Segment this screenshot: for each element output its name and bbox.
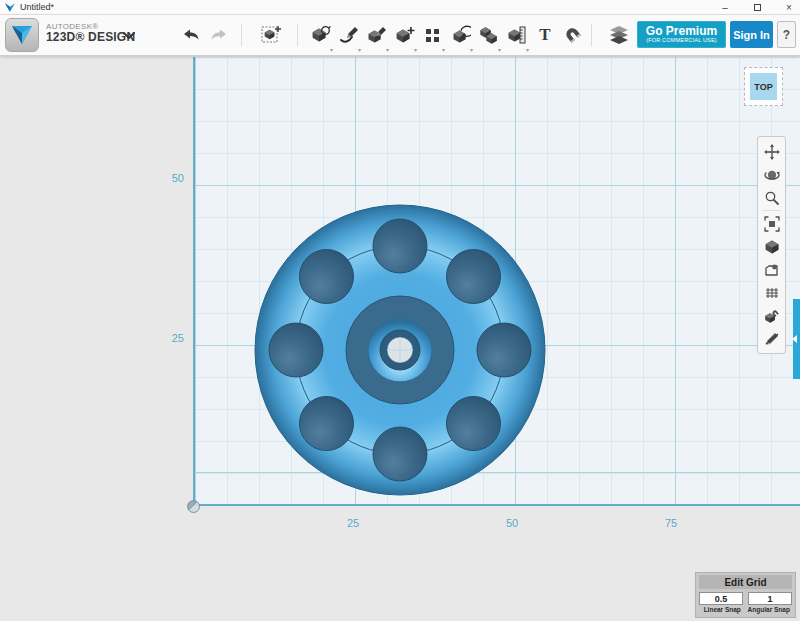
modify-tool-button[interactable]	[393, 20, 417, 50]
combine-icon	[479, 25, 499, 45]
navbar-divider	[762, 210, 781, 211]
pan-button[interactable]	[759, 140, 784, 163]
sketch-tool-button[interactable]	[337, 20, 361, 50]
y-axis-label: 25	[158, 332, 184, 344]
toolbar-separator	[297, 24, 298, 46]
insert-part-icon	[260, 24, 282, 46]
pattern-tool-button[interactable]	[421, 20, 445, 50]
undo-button[interactable]	[178, 20, 204, 50]
app-menu-chevron[interactable]	[120, 28, 138, 42]
construct-icon	[367, 25, 387, 45]
snap-magnet-icon	[563, 25, 583, 45]
viewcube-top-face[interactable]: TOP	[750, 73, 777, 100]
redo-icon	[210, 27, 228, 43]
parts-library-icon	[608, 25, 630, 45]
expand-panel-arrow-icon	[792, 335, 797, 343]
fit-view-button[interactable]	[759, 212, 784, 235]
edit-grid-button[interactable]: Edit Grid	[699, 575, 792, 589]
measure-icon	[507, 25, 527, 45]
go-premium-sublabel: (FOR COMMERCIAL USE)	[646, 38, 717, 44]
parts-library-button[interactable]	[606, 20, 632, 50]
snap-toggle-button[interactable]	[759, 304, 784, 327]
maximize-button[interactable]	[750, 1, 764, 15]
y-axis-label: 50	[158, 172, 184, 184]
shading-button[interactable]	[759, 235, 784, 258]
fit-view-icon	[764, 216, 780, 232]
measure-tool-button[interactable]	[505, 20, 529, 50]
outline-toggle-button[interactable]	[759, 327, 784, 350]
grid-toggle-icon	[764, 285, 780, 301]
go-premium-button[interactable]: Go Premium (FOR COMMERCIAL USE)	[637, 21, 726, 48]
redo-button[interactable]	[206, 20, 232, 50]
app-logo-icon	[5, 3, 15, 12]
orbit-icon	[764, 167, 780, 183]
outline-toggle-icon	[764, 331, 780, 347]
minimize-button[interactable]: –	[718, 1, 732, 15]
x-axis-label: 75	[665, 517, 677, 529]
edit-grid-panel: Edit Grid Linear Snap Angular Snap	[695, 572, 796, 618]
zoom-icon	[764, 190, 780, 206]
side-panel-tab[interactable]	[793, 299, 800, 379]
combine-tool-button[interactable]	[477, 20, 501, 50]
grouping-tool-button[interactable]	[449, 20, 473, 50]
toolbar-separator	[591, 24, 592, 46]
toolbar-separator	[241, 24, 242, 46]
model-wheel[interactable]	[250, 200, 550, 500]
title-bar: Untitled* – ×	[0, 0, 800, 15]
sketch-icon	[339, 25, 359, 45]
shading-icon	[764, 239, 780, 255]
wheel-hub	[346, 296, 454, 404]
linear-snap-input[interactable]	[699, 592, 743, 605]
main-toolbar: AUTODESK® 123D® DESIGN	[0, 15, 800, 56]
text-tool-button[interactable]: T	[533, 20, 557, 50]
zoom-button[interactable]	[759, 186, 784, 209]
viewcube[interactable]: TOP	[744, 67, 783, 106]
primitives-tool-button[interactable]	[309, 20, 333, 50]
construct-tool-button[interactable]	[365, 20, 389, 50]
snap-tool-button[interactable]	[561, 20, 585, 50]
hidden-geometry-button[interactable]	[759, 258, 784, 281]
window-title: Untitled*	[20, 2, 54, 12]
grouping-icon	[451, 25, 471, 45]
help-button[interactable]: ?	[777, 21, 796, 48]
grid-toggle-button[interactable]	[759, 281, 784, 304]
x-axis-label: 50	[506, 517, 518, 529]
origin-marker[interactable]	[187, 500, 200, 513]
primitives-icon	[311, 25, 331, 45]
sign-in-button[interactable]: Sign In	[730, 21, 773, 48]
navigation-toolbar	[757, 136, 786, 354]
close-button[interactable]: ×	[782, 1, 796, 15]
pattern-icon	[424, 26, 442, 44]
pan-icon	[764, 144, 780, 160]
app-menu-logo[interactable]	[5, 18, 39, 52]
undo-icon	[182, 27, 200, 43]
123d-logo-icon	[10, 24, 34, 46]
hidden-geometry-icon	[764, 262, 780, 278]
snap-toggle-icon	[764, 308, 780, 324]
text-tool-icon: T	[539, 25, 550, 45]
angular-snap-label: Angular Snap	[746, 606, 793, 613]
app-window: Untitled* – × AUTODESK® 123D® DESIGN	[0, 0, 800, 621]
insert-part-button[interactable]	[258, 20, 284, 50]
orbit-button[interactable]	[759, 163, 784, 186]
viewport-canvas[interactable]: 50 25 25 50 75	[0, 56, 800, 621]
modify-icon	[395, 25, 415, 45]
angular-snap-input[interactable]	[748, 592, 792, 605]
x-axis-label: 25	[347, 517, 359, 529]
linear-snap-label: Linear Snap	[699, 606, 746, 613]
